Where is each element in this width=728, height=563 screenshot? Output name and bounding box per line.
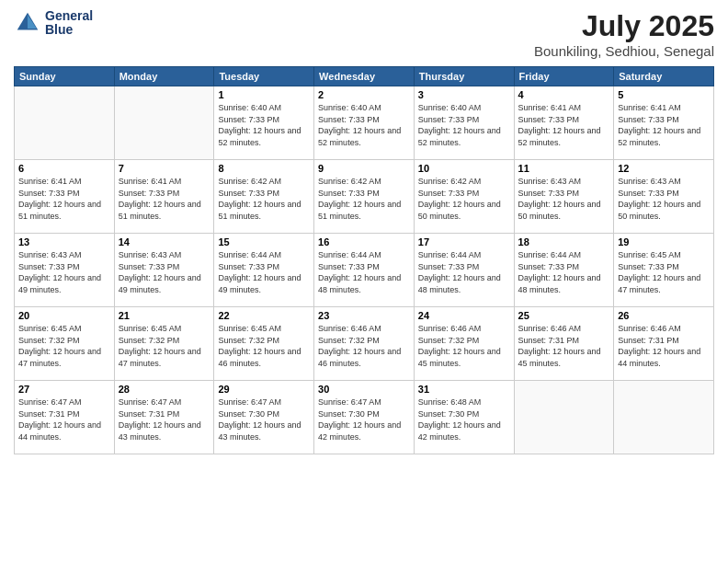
- day-number: 22: [218, 310, 310, 321]
- day-number: 6: [18, 163, 110, 174]
- day-info: Sunrise: 6:44 AMSunset: 7:33 PMDaylight:…: [418, 249, 510, 295]
- calendar-cell: 23Sunrise: 6:46 AMSunset: 7:32 PMDayligh…: [314, 307, 415, 381]
- day-number: 18: [518, 236, 610, 247]
- calendar-body: 1Sunrise: 6:40 AMSunset: 7:33 PMDaylight…: [15, 86, 714, 454]
- day-info: Sunrise: 6:45 AMSunset: 7:32 PMDaylight:…: [18, 323, 110, 369]
- calendar-cell: 12Sunrise: 6:43 AMSunset: 7:33 PMDayligh…: [614, 160, 714, 234]
- calendar-cell: [15, 86, 115, 160]
- svg-marker-1: [28, 15, 37, 29]
- day-number: 26: [618, 310, 710, 321]
- day-info: Sunrise: 6:47 AMSunset: 7:31 PMDaylight:…: [119, 396, 210, 442]
- day-info: Sunrise: 6:41 AMSunset: 7:33 PMDaylight:…: [618, 102, 710, 148]
- day-number: 14: [119, 236, 210, 247]
- day-number: 27: [18, 384, 110, 395]
- calendar-cell: 30Sunrise: 6:47 AMSunset: 7:30 PMDayligh…: [314, 381, 415, 454]
- calendar-cell: [114, 86, 214, 160]
- calendar-cell: 4Sunrise: 6:41 AMSunset: 7:33 PMDaylight…: [514, 86, 614, 160]
- day-number: 19: [618, 236, 710, 247]
- logo-icon: [14, 9, 41, 37]
- subtitle: Bounkiling, Sedhiou, Senegal: [534, 43, 714, 59]
- calendar-cell: 22Sunrise: 6:45 AMSunset: 7:32 PMDayligh…: [214, 307, 314, 381]
- day-info: Sunrise: 6:42 AMSunset: 7:33 PMDaylight:…: [218, 176, 310, 222]
- calendar-cell: 21Sunrise: 6:45 AMSunset: 7:32 PMDayligh…: [114, 307, 214, 381]
- day-number: 9: [318, 163, 410, 174]
- day-info: Sunrise: 6:44 AMSunset: 7:33 PMDaylight:…: [218, 249, 310, 295]
- calendar-table: SundayMondayTuesdayWednesdayThursdayFrid…: [14, 66, 714, 454]
- day-info: Sunrise: 6:46 AMSunset: 7:32 PMDaylight:…: [418, 323, 510, 369]
- calendar-cell: 10Sunrise: 6:42 AMSunset: 7:33 PMDayligh…: [414, 160, 514, 234]
- day-number: 3: [418, 89, 510, 100]
- day-number: 16: [318, 236, 410, 247]
- day-number: 28: [119, 384, 210, 395]
- calendar-cell: 2Sunrise: 6:40 AMSunset: 7:33 PMDaylight…: [314, 86, 415, 160]
- header-day-wednesday: Wednesday: [314, 67, 415, 86]
- header-day-monday: Monday: [114, 67, 214, 86]
- day-info: Sunrise: 6:41 AMSunset: 7:33 PMDaylight:…: [18, 176, 110, 222]
- day-number: 15: [218, 236, 310, 247]
- logo-text: General Blue: [45, 9, 93, 38]
- calendar-cell: 15Sunrise: 6:44 AMSunset: 7:33 PMDayligh…: [214, 234, 314, 307]
- calendar-cell: 27Sunrise: 6:47 AMSunset: 7:31 PMDayligh…: [15, 381, 115, 454]
- header-day-saturday: Saturday: [614, 67, 714, 86]
- day-number: 31: [418, 384, 510, 395]
- calendar-cell: [614, 381, 714, 454]
- day-info: Sunrise: 6:47 AMSunset: 7:30 PMDaylight:…: [218, 396, 310, 442]
- logo-line1: General: [45, 9, 93, 23]
- day-info: Sunrise: 6:45 AMSunset: 7:33 PMDaylight:…: [618, 249, 710, 295]
- week-row-5: 27Sunrise: 6:47 AMSunset: 7:31 PMDayligh…: [15, 381, 714, 454]
- header: General Blue July 2025 Bounkiling, Sedhi…: [14, 9, 714, 59]
- day-number: 4: [518, 89, 610, 100]
- calendar-cell: 3Sunrise: 6:40 AMSunset: 7:33 PMDaylight…: [414, 86, 514, 160]
- calendar-cell: 28Sunrise: 6:47 AMSunset: 7:31 PMDayligh…: [114, 381, 214, 454]
- calendar-cell: 8Sunrise: 6:42 AMSunset: 7:33 PMDaylight…: [214, 160, 314, 234]
- day-number: 7: [119, 163, 210, 174]
- day-info: Sunrise: 6:40 AMSunset: 7:33 PMDaylight:…: [418, 102, 510, 148]
- header-day-sunday: Sunday: [15, 67, 115, 86]
- day-info: Sunrise: 6:44 AMSunset: 7:33 PMDaylight:…: [518, 249, 610, 295]
- day-info: Sunrise: 6:47 AMSunset: 7:30 PMDaylight:…: [318, 396, 410, 442]
- header-day-thursday: Thursday: [414, 67, 514, 86]
- day-number: 25: [518, 310, 610, 321]
- calendar-cell: [514, 381, 614, 454]
- title-block: July 2025 Bounkiling, Sedhiou, Senegal: [534, 9, 714, 59]
- calendar-cell: 18Sunrise: 6:44 AMSunset: 7:33 PMDayligh…: [514, 234, 614, 307]
- calendar-cell: 14Sunrise: 6:43 AMSunset: 7:33 PMDayligh…: [114, 234, 214, 307]
- day-number: 30: [318, 384, 410, 395]
- header-day-friday: Friday: [514, 67, 614, 86]
- day-info: Sunrise: 6:44 AMSunset: 7:33 PMDaylight:…: [318, 249, 410, 295]
- calendar-cell: 26Sunrise: 6:46 AMSunset: 7:31 PMDayligh…: [614, 307, 714, 381]
- day-number: 8: [218, 163, 310, 174]
- calendar-cell: 9Sunrise: 6:42 AMSunset: 7:33 PMDaylight…: [314, 160, 415, 234]
- week-row-3: 13Sunrise: 6:43 AMSunset: 7:33 PMDayligh…: [15, 234, 714, 307]
- day-info: Sunrise: 6:43 AMSunset: 7:33 PMDaylight:…: [618, 176, 710, 222]
- day-number: 20: [18, 310, 110, 321]
- day-info: Sunrise: 6:42 AMSunset: 7:33 PMDaylight:…: [418, 176, 510, 222]
- calendar-cell: 1Sunrise: 6:40 AMSunset: 7:33 PMDaylight…: [214, 86, 314, 160]
- calendar-cell: 19Sunrise: 6:45 AMSunset: 7:33 PMDayligh…: [614, 234, 714, 307]
- day-number: 23: [318, 310, 410, 321]
- calendar-cell: 6Sunrise: 6:41 AMSunset: 7:33 PMDaylight…: [15, 160, 115, 234]
- day-info: Sunrise: 6:43 AMSunset: 7:33 PMDaylight:…: [518, 176, 610, 222]
- day-number: 10: [418, 163, 510, 174]
- calendar-cell: 16Sunrise: 6:44 AMSunset: 7:33 PMDayligh…: [314, 234, 415, 307]
- day-number: 11: [518, 163, 610, 174]
- calendar-cell: 7Sunrise: 6:41 AMSunset: 7:33 PMDaylight…: [114, 160, 214, 234]
- day-info: Sunrise: 6:41 AMSunset: 7:33 PMDaylight:…: [119, 176, 210, 222]
- calendar-cell: 13Sunrise: 6:43 AMSunset: 7:33 PMDayligh…: [15, 234, 115, 307]
- day-info: Sunrise: 6:40 AMSunset: 7:33 PMDaylight:…: [218, 102, 310, 148]
- calendar-cell: 24Sunrise: 6:46 AMSunset: 7:32 PMDayligh…: [414, 307, 514, 381]
- day-info: Sunrise: 6:46 AMSunset: 7:32 PMDaylight:…: [318, 323, 410, 369]
- calendar-cell: 17Sunrise: 6:44 AMSunset: 7:33 PMDayligh…: [414, 234, 514, 307]
- day-info: Sunrise: 6:42 AMSunset: 7:33 PMDaylight:…: [318, 176, 410, 222]
- day-number: 17: [418, 236, 510, 247]
- logo-line2: Blue: [45, 23, 93, 37]
- day-info: Sunrise: 6:48 AMSunset: 7:30 PMDaylight:…: [418, 396, 510, 442]
- day-info: Sunrise: 6:43 AMSunset: 7:33 PMDaylight:…: [18, 249, 110, 295]
- calendar-cell: 11Sunrise: 6:43 AMSunset: 7:33 PMDayligh…: [514, 160, 614, 234]
- week-row-2: 6Sunrise: 6:41 AMSunset: 7:33 PMDaylight…: [15, 160, 714, 234]
- day-number: 1: [218, 89, 310, 100]
- day-info: Sunrise: 6:43 AMSunset: 7:33 PMDaylight:…: [119, 249, 210, 295]
- day-info: Sunrise: 6:47 AMSunset: 7:31 PMDaylight:…: [18, 396, 110, 442]
- calendar-header: SundayMondayTuesdayWednesdayThursdayFrid…: [15, 67, 714, 86]
- day-number: 2: [318, 89, 410, 100]
